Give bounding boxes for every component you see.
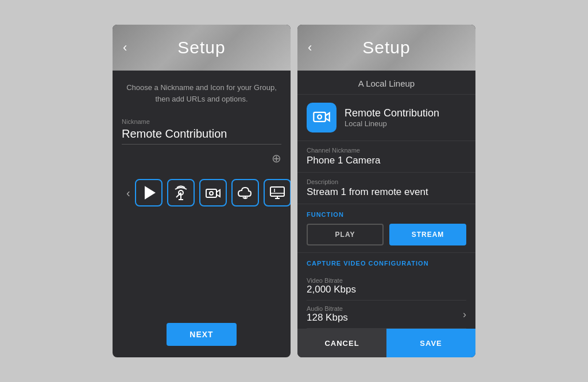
antenna-icon	[173, 185, 189, 201]
config-section: CAPTURE VIDEO CONFIGURATION Video Bitrat…	[297, 253, 475, 329]
play-button[interactable]: PLAY	[307, 224, 384, 245]
right-header: ‹ Setup	[297, 25, 475, 71]
audio-bitrate-label: Audio Bitrate	[307, 305, 348, 312]
description-row: Description Stream 1 from remote event	[297, 173, 475, 204]
right-title: Setup	[362, 38, 410, 57]
icon-box-play[interactable]	[135, 179, 163, 206]
video-bitrate-row: Video Bitrate 2,000 Kbps	[307, 272, 466, 301]
channel-nickname-value[interactable]: Phone 1 Camera	[307, 155, 466, 166]
audio-bitrate-value: 128 Kbps	[307, 312, 348, 323]
left-panel-body: Choose a Nickname and Icon for your Grou…	[113, 71, 291, 357]
svg-rect-7	[270, 187, 284, 196]
right-panel: ‹ Setup A Local Lineup Remote Contributi…	[297, 25, 475, 357]
description-value[interactable]: Stream 1 from remote event	[307, 186, 466, 198]
function-label: FUNCTION	[307, 211, 466, 218]
icon-box-cloud[interactable]	[231, 179, 259, 206]
bottom-bar: CANCEL SAVE	[297, 329, 475, 357]
channel-nickname-label: Channel Nickname	[307, 147, 466, 154]
icon-box-antenna[interactable]	[167, 179, 195, 206]
nickname-label: Nickname	[122, 118, 281, 125]
svg-rect-12	[314, 112, 326, 122]
add-icon[interactable]: ⊕	[272, 151, 281, 165]
next-button[interactable]: NEXT	[167, 323, 236, 346]
icon-row	[135, 179, 291, 206]
cloud-icon	[237, 185, 253, 201]
instruction-text: Choose a Nickname and Icon for your Grou…	[122, 82, 281, 104]
remote-contribution-icon	[312, 108, 331, 127]
app-icon-box	[307, 103, 336, 132]
play-icon	[141, 185, 157, 201]
icon-box-screen[interactable]	[264, 179, 291, 206]
channel-nickname-row: Channel Nickname Phone 1 Camera	[297, 141, 475, 173]
capture-label: CAPTURE VIDEO CONFIGURATION	[307, 260, 466, 267]
audio-bitrate-chevron-icon: ›	[463, 309, 466, 321]
app-row: Remote Contribution Local Lineup	[297, 95, 475, 141]
video-bitrate-label: Video Bitrate	[307, 277, 356, 284]
nickname-value[interactable]: Remote Contribution	[122, 127, 281, 145]
panels-container: ‹ Setup Choose a Nickname and Icon for y…	[113, 25, 475, 357]
function-buttons: PLAY STREAM	[307, 224, 466, 245]
cancel-button[interactable]: CANCEL	[297, 329, 386, 357]
app-sub: Local Lineup	[345, 119, 439, 128]
right-back-button[interactable]: ‹	[308, 40, 312, 55]
left-header: ‹ Setup	[113, 25, 291, 71]
right-panel-body: A Local Lineup Remote Contribution Local…	[297, 71, 475, 329]
description-label: Description	[307, 178, 466, 185]
icon-carousel: ‹	[122, 179, 281, 206]
function-section: FUNCTION PLAY STREAM	[297, 204, 475, 253]
screen-icon	[269, 185, 285, 201]
left-panel: ‹ Setup Choose a Nickname and Icon for y…	[113, 25, 291, 357]
svg-point-13	[318, 115, 322, 119]
svg-point-5	[210, 192, 213, 195]
svg-marker-0	[145, 187, 154, 198]
audio-bitrate-info: Audio Bitrate 128 Kbps	[307, 305, 348, 323]
panel-subtitle: A Local Lineup	[297, 71, 475, 95]
video-bitrate-info: Video Bitrate 2,000 Kbps	[307, 277, 356, 295]
audio-bitrate-row[interactable]: Audio Bitrate 128 Kbps ›	[307, 301, 466, 329]
left-back-button[interactable]: ‹	[123, 40, 127, 55]
svg-rect-4	[206, 189, 216, 197]
app-info: Remote Contribution Local Lineup	[345, 107, 439, 128]
camera-icon	[205, 185, 221, 201]
carousel-left-arrow[interactable]: ‹	[122, 184, 135, 202]
app-name: Remote Contribution	[345, 107, 439, 119]
stream-button[interactable]: STREAM	[389, 224, 466, 245]
icon-box-camera[interactable]	[199, 179, 227, 206]
video-bitrate-value: 2,000 Kbps	[307, 284, 356, 295]
left-title: Setup	[177, 38, 225, 57]
save-button[interactable]: SAVE	[386, 329, 475, 357]
